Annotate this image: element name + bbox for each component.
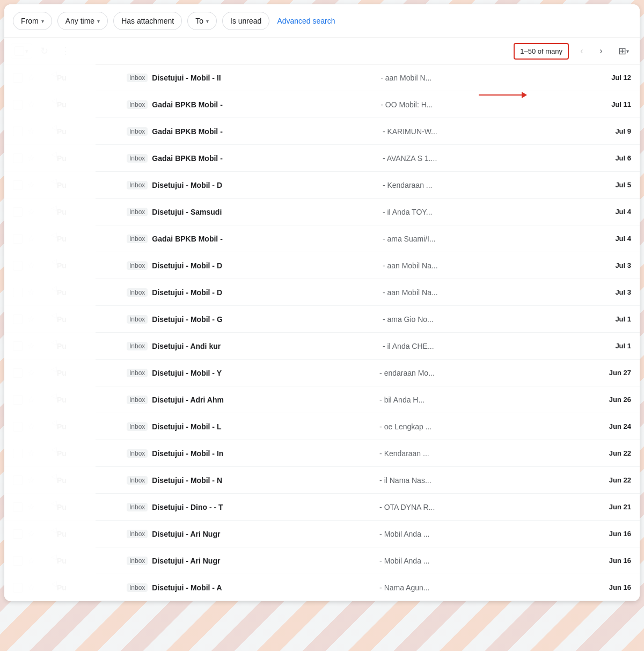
email-subject: Disetujui - Mobil - II	[152, 74, 376, 82]
email-label-badge: Inbox	[127, 74, 148, 82]
email-snippet: - Kendaraan ...	[378, 181, 609, 189]
email-date: Jul 3	[615, 261, 631, 269]
email-snippet: - Kendaraan ...	[375, 449, 603, 458]
email-subject: Disetujui - Adri Ahm	[152, 396, 375, 404]
email-label-badge: Inbox	[127, 181, 148, 189]
email-date: Jul 12	[611, 74, 631, 82]
next-page-button[interactable]: ›	[592, 42, 610, 60]
email-subject: Disetujui - Mobil - N	[152, 476, 375, 485]
email-label-badge: Inbox	[127, 449, 148, 458]
email-date: Jul 1	[615, 342, 631, 350]
email-subject: Disetujui - Mobil - In	[152, 449, 375, 458]
email-snippet: - aan Mobil Na...	[378, 288, 609, 297]
email-snippet: - aan Mobil Na...	[378, 261, 609, 270]
email-row[interactable]: ☆ ▷ Pu Inbox Disetujui - Mobil - L - oe …	[4, 413, 640, 440]
email-row[interactable]: ☆ ▷ Pu Inbox Gadai BPKB Mobil - - KARIMU…	[4, 118, 640, 145]
to-chevron-icon: ▾	[206, 18, 209, 24]
email-row[interactable]: ☆ ▷ Pu Inbox Disetujui - Mobil - D - aan…	[4, 252, 640, 279]
is-unread-label: Is unread	[230, 17, 261, 25]
email-row[interactable]: ☆ ▷ Pu Inbox Disetujui - Ari Nugr - Mobi…	[4, 521, 640, 547]
email-subject: Gadai BPKB Mobil -	[152, 235, 378, 243]
filter-bar: From ▾ Any time ▾ Has attachment To ▾ Is…	[4, 4, 640, 38]
email-date: Jul 4	[615, 235, 631, 243]
email-snippet: - endaraan Mo...	[375, 369, 603, 377]
email-subject: Disetujui - Mobil - D	[152, 181, 378, 189]
email-subject: Disetujui - Dino - - T	[152, 503, 375, 511]
email-label-badge: Inbox	[127, 100, 148, 109]
to-filter-button[interactable]: To ▾	[187, 12, 217, 30]
pagination-indicator: 1–50 of many	[514, 43, 569, 60]
email-snippet: - Mobil Anda ...	[375, 557, 603, 565]
email-subject: Disetujui - Mobil - L	[152, 422, 375, 431]
email-date: Jun 22	[609, 476, 631, 484]
toolbar-right: 1–50 of many ‹ › ⊞ ▾	[514, 41, 633, 61]
email-row[interactable]: ☆ ▷ Pu Inbox Disetujui - Mobil - N - il …	[4, 467, 640, 494]
email-label-badge: Inbox	[127, 530, 148, 538]
email-date: Jul 9	[615, 127, 631, 135]
email-label-badge: Inbox	[127, 557, 148, 565]
email-date: Jun 27	[609, 369, 631, 377]
email-row[interactable]: ☆ ▷ Pu Inbox Disetujui - Mobil - II - aa…	[4, 64, 640, 91]
email-snippet: - aan Mobil N...	[376, 74, 605, 82]
email-snippet: - il Anda TOY...	[378, 208, 609, 216]
email-label-badge: Inbox	[127, 208, 148, 216]
email-subject: Gadai BPKB Mobil -	[152, 127, 378, 136]
email-label-badge: Inbox	[127, 261, 148, 270]
email-row[interactable]: ☆ ▷ Pu Inbox Disetujui - Mobil - D - aan…	[4, 279, 640, 306]
email-row[interactable]: ☆ ▷ Pu Inbox Disetujui - Mobil - Y - end…	[4, 360, 640, 386]
any-time-filter-button[interactable]: Any time ▾	[57, 12, 108, 30]
email-row[interactable]: ☆ ▷ Pu Inbox Disetujui - Mobil - G - ama…	[4, 306, 640, 333]
email-snippet: - AVANZA S 1....	[378, 154, 609, 163]
email-label-badge: Inbox	[127, 396, 148, 404]
email-row[interactable]: ☆ ▷ Pu Inbox Disetujui - Mobil - D - Ken…	[4, 172, 640, 199]
email-row[interactable]: ☆ ▷ Pu Inbox Disetujui - Mobil - A - Nam…	[4, 574, 640, 601]
advanced-search-link[interactable]: Advanced search	[277, 17, 335, 25]
email-subject: Disetujui - Mobil - D	[152, 261, 378, 270]
email-label-badge: Inbox	[127, 315, 148, 324]
from-filter-button[interactable]: From ▾	[13, 12, 52, 30]
email-row[interactable]: ☆ ▷ Pu Inbox Disetujui - Adri Ahm - bil …	[4, 386, 640, 413]
email-row[interactable]: ☆ ▷ Pu Inbox Gadai BPKB Mobil - - OO Mob…	[4, 91, 640, 118]
email-label-badge: Inbox	[127, 503, 148, 511]
toolbar: ▾ ↻ ⋮ 1–50 of many ‹ › ⊞ ▾	[4, 38, 640, 64]
view-options-button[interactable]: ⊞ ▾	[614, 41, 633, 61]
email-snippet: - oe Lengkap ...	[375, 422, 603, 431]
email-subject: Disetujui - Mobil - Y	[152, 369, 375, 377]
has-attachment-label: Has attachment	[121, 17, 174, 25]
email-snippet: - ama Suami/I...	[378, 235, 609, 243]
email-row[interactable]: ☆ ▷ Pu Inbox Disetujui - Samsudi - il An…	[4, 199, 640, 225]
has-attachment-filter-button[interactable]: Has attachment	[113, 12, 182, 30]
email-label-badge: Inbox	[127, 422, 148, 431]
email-date: Jul 3	[615, 288, 631, 296]
email-label-badge: Inbox	[127, 127, 148, 136]
email-row[interactable]: ☆ ▷ Pu Inbox Gadai BPKB Mobil - - AVANZA…	[4, 145, 640, 172]
email-label-badge: Inbox	[127, 369, 148, 377]
email-subject: Disetujui - Mobil - A	[152, 583, 375, 592]
email-list: ☆ ▷ Pu Inbox Disetujui - Mobil - II - aa…	[4, 64, 640, 601]
email-snippet: - il Nama Nas...	[375, 476, 603, 485]
email-date: Jul 4	[615, 208, 631, 216]
email-subject: Disetujui - Ari Nugr	[152, 557, 375, 565]
email-date: Jul 1	[615, 315, 631, 323]
to-label: To	[195, 17, 203, 25]
from-label: From	[21, 17, 39, 25]
email-snippet: - il Anda CHE...	[378, 342, 609, 350]
email-label-badge: Inbox	[127, 583, 148, 592]
email-row[interactable]: ☆ ▷ Pu Inbox Disetujui - Mobil - In - Ke…	[4, 440, 640, 467]
email-row[interactable]: ☆ ▷ Pu Inbox Disetujui - Ari Nugr - Mobi…	[4, 547, 640, 574]
email-date: Jun 21	[609, 503, 631, 511]
email-date: Jun 16	[609, 530, 631, 538]
email-label-badge: Inbox	[127, 154, 148, 163]
email-snippet: - ama Gio No...	[378, 315, 609, 324]
email-row[interactable]: ☆ ▷ Pu Inbox Gadai BPKB Mobil - - ama Su…	[4, 225, 640, 252]
email-row[interactable]: ☆ ▷ Pu Inbox Disetujui - Andi kur - il A…	[4, 333, 640, 360]
email-date: Jun 22	[609, 449, 631, 457]
prev-page-button[interactable]: ‹	[573, 42, 590, 60]
email-subject: Disetujui - Mobil - D	[152, 288, 378, 297]
email-date: Jul 5	[615, 181, 631, 189]
email-row[interactable]: ☆ ▷ Pu Inbox Disetujui - Dino - - T - OT…	[4, 494, 640, 521]
any-time-label: Any time	[65, 17, 94, 25]
is-unread-filter-button[interactable]: Is unread	[222, 12, 269, 30]
email-snippet: - KARIMUN-W...	[378, 127, 609, 136]
email-label-badge: Inbox	[127, 288, 148, 297]
